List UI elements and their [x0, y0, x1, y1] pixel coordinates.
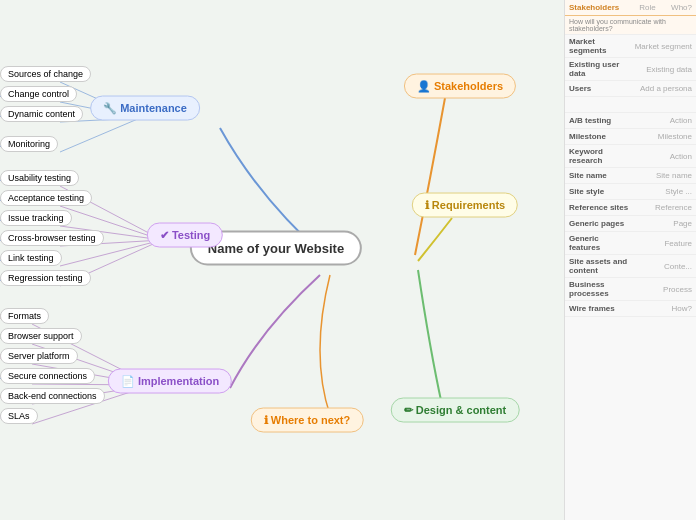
rp-business-processes[interactable]: Business processes Process [565, 278, 696, 301]
rp-existing-user-data[interactable]: Existing user data Existing data [565, 58, 696, 81]
rp-keyword-research[interactable]: Keyword research Action [565, 145, 696, 168]
where-next-icon: ℹ [264, 414, 268, 426]
right-panel: Stakeholders Role Who? How will you comm… [564, 0, 696, 520]
design-label: Design & content [416, 404, 506, 416]
design-icon: ✏ [404, 404, 413, 416]
where-next-label: Where to next? [271, 414, 350, 426]
implementation-icon: 📄 [121, 375, 135, 387]
stakeholders-label: Stakeholders [434, 80, 503, 92]
branch-testing[interactable]: ✔ Testing [147, 223, 223, 248]
rp-ab-testing[interactable]: A/B testing Action [565, 113, 696, 129]
maintenance-icon: 🔧 [103, 102, 117, 114]
svg-line-3 [60, 118, 140, 152]
implementation-label: Implementation [138, 375, 219, 387]
rp-site-assets[interactable]: Site assets and content Conte... [565, 255, 696, 278]
branch-where-next[interactable]: ℹ Where to next? [251, 408, 364, 433]
branch-requirements[interactable]: ℹ Requirements [412, 193, 518, 218]
rp-milestone[interactable]: Milestone Milestone [565, 129, 696, 145]
rp-stakeholders-question: How will you communicate with stakeholde… [565, 16, 696, 35]
branch-implementation[interactable]: 📄 Implementation [108, 369, 232, 394]
requirements-icon: ℹ [425, 199, 429, 211]
branch-maintenance[interactable]: 🔧 Maintenance [90, 96, 200, 121]
rp-site-style[interactable]: Site style Style ... [565, 184, 696, 200]
rp-stakeholders-header: Stakeholders Role Who? [565, 0, 696, 16]
stakeholders-icon: 👤 [417, 80, 431, 92]
branch-stakeholders[interactable]: 👤 Stakeholders [404, 74, 516, 99]
rp-users[interactable]: Users Add a persona [565, 81, 696, 97]
requirements-label: Requirements [432, 199, 505, 211]
testing-icon: ✔ [160, 229, 169, 241]
maintenance-label: Maintenance [120, 102, 187, 114]
rp-reference-sites[interactable]: Reference sites Reference [565, 200, 696, 216]
rp-market-segments[interactable]: Market segments Market segment [565, 35, 696, 58]
rp-wire-frames[interactable]: Wire frames How? [565, 301, 696, 317]
rp-site-name[interactable]: Site name Site name [565, 168, 696, 184]
branch-design-content[interactable]: ✏ Design & content [391, 398, 520, 423]
testing-label: Testing [172, 229, 210, 241]
rp-generic-pages[interactable]: Generic pages Page [565, 216, 696, 232]
rp-generic-features[interactable]: Generic features Feature [565, 232, 696, 255]
rp-spacer1 [565, 97, 696, 113]
